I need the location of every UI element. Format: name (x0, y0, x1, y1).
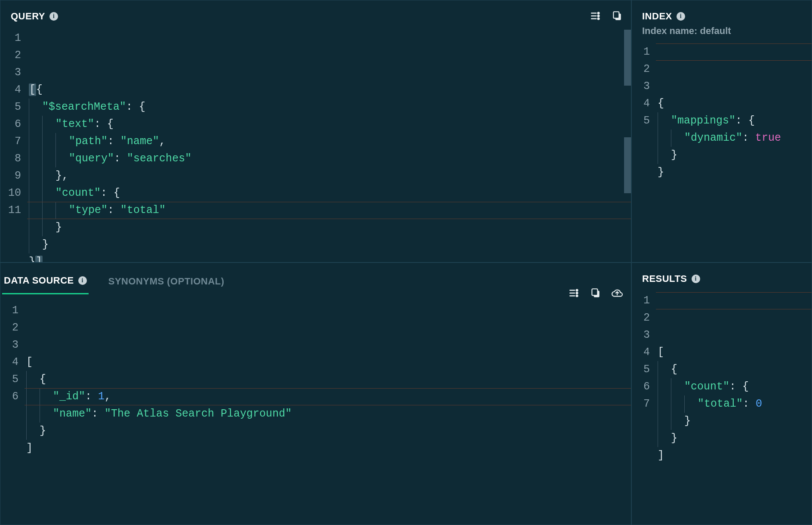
index-header: INDEX i (632, 0, 812, 25)
format-icon[interactable] (590, 10, 602, 22)
index-panel: INDEX i Index name: default 12345 { "map… (631, 0, 812, 262)
info-icon[interactable]: i (692, 275, 700, 283)
svg-point-9 (576, 290, 578, 291)
query-gutter: 1234567891011 (0, 25, 27, 262)
query-editor[interactable]: 1234567891011 [{ "$searchMeta": { "text"… (0, 25, 631, 262)
results-code[interactable]: [ { "count": { "total": 0 } }] (656, 288, 812, 525)
format-icon[interactable] (568, 287, 580, 299)
svg-rect-15 (592, 289, 597, 295)
svg-point-3 (598, 15, 599, 16)
query-title: QUERY (11, 11, 45, 22)
svg-rect-7 (613, 12, 619, 18)
scrollbar-thumb[interactable] (624, 137, 631, 193)
results-gutter: 1234567 (632, 288, 656, 525)
cursor-line (656, 292, 812, 309)
svg-point-1 (598, 12, 599, 14)
index-gutter: 12345 (632, 39, 656, 262)
data-source-toolbar (568, 287, 623, 299)
tab-synonyms[interactable]: SYNONYMS (OPTIONAL) (107, 272, 226, 294)
data-source-code[interactable]: [ { "_id": 1, "name": "The Atlas Search … (25, 298, 631, 525)
results-editor[interactable]: 1234567 [ { "count": { "total": 0 } }] (632, 288, 812, 525)
info-icon[interactable]: i (49, 12, 58, 21)
index-title: INDEX (642, 11, 672, 22)
copy-icon[interactable] (611, 10, 623, 22)
results-panel: RESULTS i 1234567 [ { "count": { "total"… (631, 262, 812, 525)
tab-data-source[interactable]: DATA SOURCEi (2, 272, 89, 294)
svg-point-5 (598, 18, 599, 19)
copy-icon[interactable] (590, 287, 602, 299)
index-code[interactable]: { "mappings": { "dynamic": true }} (656, 39, 812, 262)
upload-icon[interactable] (611, 287, 623, 299)
info-icon[interactable]: i (677, 12, 685, 21)
data-source-editor[interactable]: 123456 [ { "_id": 1, "name": "The Atlas … (0, 298, 631, 525)
results-title: RESULTS (642, 273, 687, 284)
index-subtitle: Index name: default (632, 25, 812, 39)
data-source-panel: DATA SOURCEiSYNONYMS (OPTIONAL) (0, 262, 631, 525)
svg-point-13 (576, 295, 578, 296)
query-code[interactable]: [{ "$searchMeta": { "text": { "path": "n… (27, 25, 631, 262)
index-editor[interactable]: 12345 { "mappings": { "dynamic": true }} (632, 39, 812, 262)
cursor-line (656, 43, 812, 61)
scrollbar-thumb[interactable] (624, 30, 631, 86)
query-header: QUERY i (0, 0, 631, 25)
tab-label: DATA SOURCE (4, 275, 74, 286)
data-source-tabs: DATA SOURCEiSYNONYMS (OPTIONAL) (2, 263, 226, 294)
data-source-gutter: 123456 (0, 298, 25, 525)
query-panel: QUERY i 1234567891011 [{ " (0, 0, 631, 262)
query-toolbar (590, 10, 623, 22)
svg-point-11 (576, 292, 578, 293)
results-header: RESULTS i (632, 263, 812, 288)
tab-label: SYNONYMS (OPTIONAL) (108, 276, 225, 287)
data-source-header: DATA SOURCEiSYNONYMS (OPTIONAL) (0, 263, 631, 298)
info-icon[interactable]: i (78, 276, 87, 285)
